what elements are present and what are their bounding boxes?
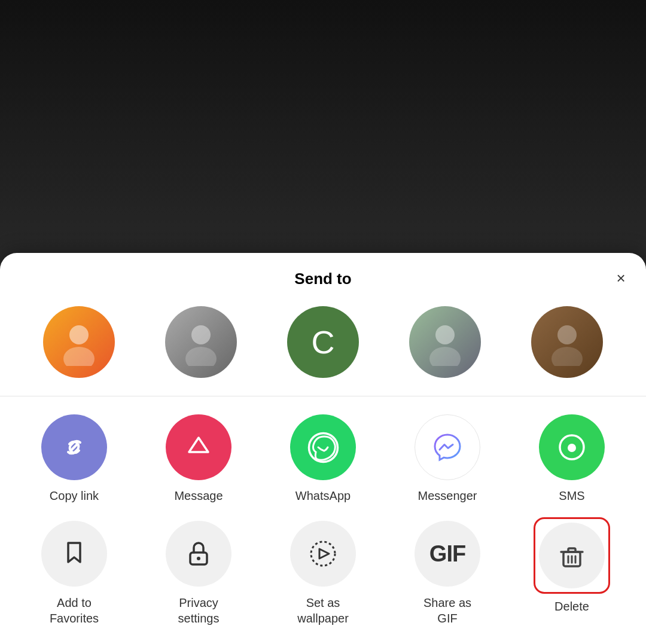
share-gif-label: Share asGIF [423,595,471,626]
actions-row: Add toFavorites Privacysettings [0,521,646,632]
contact-item[interactable] [140,306,262,378]
svg-point-13 [197,557,200,560]
messenger-label: Messenger [418,489,477,503]
svg-marker-15 [319,549,329,558]
svg-point-0 [69,325,89,344]
add-favorites-button[interactable]: Add toFavorites [12,521,136,626]
contact-item[interactable]: C [262,306,384,378]
add-favorites-label: Add toFavorites [50,595,99,626]
svg-point-3 [185,347,217,366]
message-button[interactable]: Message [136,414,261,503]
set-wallpaper-icon [290,521,356,587]
sms-button[interactable]: SMS [510,414,634,503]
contact-item[interactable] [506,306,628,378]
privacy-settings-label: Privacysettings [178,595,220,626]
whatsapp-icon [290,414,356,480]
messenger-button[interactable]: Messenger [385,414,510,503]
avatar [165,306,237,378]
add-favorites-icon [41,521,107,587]
delete-highlight-box [534,517,610,594]
set-wallpaper-button[interactable]: Set aswallpaper [261,521,385,626]
share-sheet: Send to × C [0,253,646,644]
contact-item[interactable] [18,306,140,378]
svg-point-6 [557,325,577,344]
apps-row: Copy link Message WhatsApp [0,414,646,521]
privacy-settings-button[interactable]: Privacysettings [136,521,261,626]
svg-marker-8 [189,438,208,452]
svg-point-5 [429,347,461,366]
whatsapp-label: WhatsApp [295,489,351,503]
sms-label: SMS [559,489,584,503]
gif-text-label: GIF [429,541,465,567]
sms-icon [539,414,605,480]
copy-link-label: Copy link [50,489,99,503]
svg-point-11 [568,444,576,452]
delete-button[interactable]: Delete [510,521,634,626]
avatar [43,306,115,378]
whatsapp-button[interactable]: WhatsApp [261,414,385,503]
svg-point-14 [311,542,335,566]
svg-point-7 [551,347,583,366]
messenger-icon [415,414,480,480]
svg-point-2 [191,325,211,344]
svg-point-1 [63,347,95,366]
divider [0,396,646,396]
contact-item[interactable] [384,306,506,378]
message-label: Message [174,489,223,503]
message-icon [166,414,231,480]
avatar: C [287,306,359,378]
share-gif-icon: GIF [415,521,480,587]
delete-icon [539,523,605,588]
close-button[interactable]: × [610,267,632,289]
copy-link-icon [41,414,107,480]
sheet-title: Send to [294,270,351,288]
delete-label: Delete [554,599,589,614]
contacts-row: C [0,300,646,396]
sheet-header: Send to × [0,253,646,300]
avatar [531,306,603,378]
privacy-settings-icon [166,521,231,587]
copy-link-button[interactable]: Copy link [12,414,136,503]
set-wallpaper-label: Set aswallpaper [297,595,349,626]
share-gif-button[interactable]: GIF Share asGIF [385,521,510,626]
svg-point-4 [435,325,455,344]
avatar [409,306,481,378]
